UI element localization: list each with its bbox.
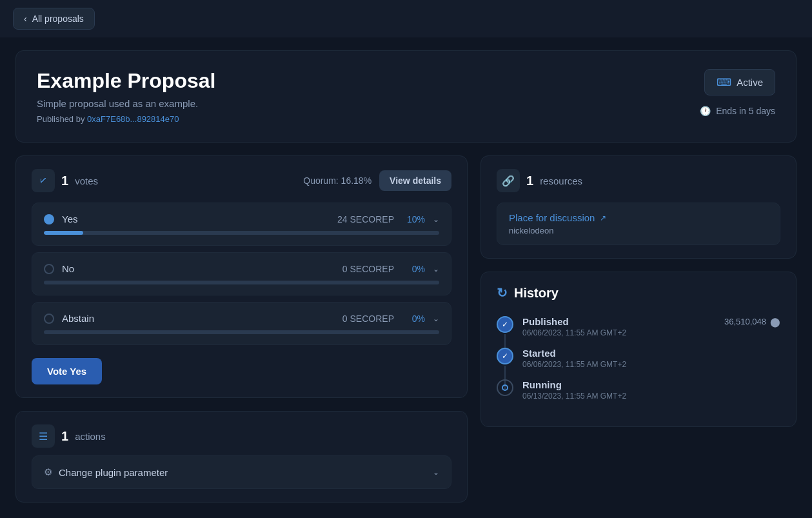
resources-card-header: 🔗 1 resources (497, 169, 780, 192)
chevron-abstain-icon: ⌄ (433, 314, 439, 323)
history-event-published-header: Published 36,510,048 ⬤ (522, 316, 780, 327)
gear-icon: ⚙ (44, 466, 52, 478)
vote-option-abstain[interactable]: Abstain 0 SECOREP 0% ⌄ (32, 302, 451, 345)
vote-option-yes-left: Yes (44, 214, 77, 224)
action-item-label: Change plugin parameter (59, 467, 168, 478)
resource-item[interactable]: Place for discussion ↗ nickelodeon (497, 203, 780, 245)
external-link-icon: ↗ (600, 214, 606, 223)
vote-yes-pct: 10% (402, 214, 425, 224)
votes-count: 1 (61, 174, 68, 188)
resources-count: 1 (526, 174, 533, 188)
history-event-started-header: Started (522, 348, 780, 359)
vote-no-pct: 0% (402, 264, 425, 274)
proposal-header-right: ⌨ Active 🕐 Ends in 5 days (700, 69, 775, 116)
vote-no-amount: 0 SECOREP (342, 264, 394, 274)
vote-yes-label: Yes (62, 214, 77, 224)
radio-yes (44, 214, 54, 224)
yes-progress-fill (44, 231, 83, 235)
vote-yes-amount: 24 SECOREP (337, 214, 394, 224)
back-button[interactable]: ‹ All proposals (13, 8, 95, 30)
quorum-text: Quorum: 16.18% (303, 175, 371, 186)
vote-abstain-right: 0 SECOREP 0% ⌄ (342, 314, 439, 324)
published-by: Published by 0xaF7E68b...892814e70 (37, 114, 215, 124)
radio-no (44, 264, 54, 274)
history-title-text: History (514, 286, 559, 301)
actions-icon: ☰ (32, 424, 55, 448)
history-card: ↻ History ✓ Published 36,510,048 ⬤ (480, 272, 797, 427)
resource-subtitle: nickelodeon (509, 226, 768, 235)
history-info-started: Started 06/06/2023, 11:55 AM GMT+2 (522, 348, 780, 369)
left-column: 🗸 1 votes Quorum: 16.18% View details (15, 155, 468, 503)
votes-card-header: 🗸 1 votes Quorum: 16.18% View details (32, 169, 451, 192)
vote-abstain-pct: 0% (402, 314, 425, 324)
ends-label: Ends in 5 days (716, 106, 775, 116)
vote-option-no-header: No 0 SECOREP 0% ⌄ (44, 263, 439, 274)
vote-option-no[interactable]: No 0 SECOREP 0% ⌄ (32, 252, 451, 295)
chevron-no-icon: ⌄ (433, 264, 439, 274)
vote-option-yes-header: Yes 24 SECOREP 10% ⌄ (44, 214, 439, 224)
main-content: Example Proposal Simple proposal used as… (0, 50, 812, 518)
author-address-link[interactable]: 0xaF7E68b...892814e70 (87, 114, 179, 124)
votes-card: 🗸 1 votes Quorum: 16.18% View details (15, 155, 468, 398)
votes-card-header-left: 🗸 1 votes (32, 169, 98, 192)
history-dot-started: ✓ (497, 348, 513, 364)
vote-yes-right: 24 SECOREP 10% ⌄ (337, 214, 439, 224)
vote-abstain-amount: 0 SECOREP (342, 314, 394, 324)
resources-icon: 🔗 (497, 169, 520, 192)
history-event-started-name: Started (522, 348, 556, 359)
two-col-layout: 🗸 1 votes Quorum: 16.18% View details (15, 155, 797, 503)
history-event-published-date: 06/06/2023, 11:55 AM GMT+2 (522, 328, 780, 337)
history-dot-running (497, 379, 513, 396)
history-event-published: ✓ Published 36,510,048 ⬤ 06/06/2023, 11:… (497, 316, 780, 337)
actions-card: ☰ 1 actions ⚙ Change plugin parameter ⌄ (15, 411, 468, 503)
active-badge: ⌨ Active (704, 69, 775, 95)
history-dot-published: ✓ (497, 316, 513, 333)
published-by-label: Published by (37, 114, 84, 124)
resource-title-text: Place for discussion (509, 212, 595, 223)
right-column: 🔗 1 resources Place for discussion ↗ nic… (480, 155, 797, 503)
activity-icon: ⌨ (717, 76, 731, 88)
action-item-left: ⚙ Change plugin parameter (44, 466, 168, 478)
proposal-subtitle: Simple proposal used as an example. (37, 98, 215, 109)
history-event-published-name: Published (522, 316, 569, 327)
coin-icon: ⬤ (770, 317, 780, 327)
vote-abstain-label: Abstain (62, 313, 94, 324)
history-event-running: Running 06/13/2023, 11:55 AM GMT+2 (497, 379, 780, 401)
votes-icon: 🗸 (32, 169, 55, 192)
history-event-running-date: 06/13/2023, 11:55 AM GMT+2 (522, 392, 780, 401)
vote-option-abstain-left: Abstain (44, 313, 94, 324)
history-event-started-date: 06/06/2023, 11:55 AM GMT+2 (522, 360, 780, 369)
votes-label: votes (75, 175, 98, 186)
vote-yes-button[interactable]: Vote Yes (32, 358, 102, 384)
chevron-action-icon: ⌄ (433, 468, 439, 477)
history-icon: ↻ (497, 285, 508, 301)
clock-icon: 🕐 (700, 106, 711, 116)
top-nav: ‹ All proposals (0, 0, 812, 37)
resources-card: 🔗 1 resources Place for discussion ↗ nic… (480, 155, 797, 259)
resource-title: Place for discussion ↗ (509, 212, 768, 223)
chevron-left-icon: ‹ (24, 14, 27, 24)
actions-label: actions (75, 431, 106, 442)
history-event-running-header: Running (522, 379, 780, 390)
actions-count: 1 (61, 429, 68, 444)
yes-progress-bg (44, 231, 439, 235)
ends-info: 🕐 Ends in 5 days (700, 106, 775, 116)
vote-no-label: No (62, 263, 74, 274)
history-published-amount: 36,510,048 (724, 317, 766, 326)
history-info-published: Published 36,510,048 ⬤ 06/06/2023, 11:55… (522, 316, 780, 337)
resources-label: resources (540, 175, 582, 186)
history-event-published-value: 36,510,048 ⬤ (724, 317, 780, 327)
quorum-info: Quorum: 16.18% View details (303, 170, 451, 191)
actions-card-header: ☰ 1 actions (32, 424, 451, 448)
vote-option-yes[interactable]: Yes 24 SECOREP 10% ⌄ (32, 203, 451, 246)
vote-no-right: 0 SECOREP 0% ⌄ (342, 264, 439, 274)
chevron-yes-icon: ⌄ (433, 215, 439, 224)
back-label: All proposals (32, 14, 84, 24)
action-item[interactable]: ⚙ Change plugin parameter ⌄ (32, 455, 451, 489)
history-events: ✓ Published 36,510,048 ⬤ 06/06/2023, 11:… (497, 314, 780, 413)
abstain-progress-bg (44, 330, 439, 334)
proposal-title: Example Proposal (37, 69, 215, 93)
history-event-started: ✓ Started 06/06/2023, 11:55 AM GMT+2 (497, 348, 780, 369)
view-details-button[interactable]: View details (379, 170, 451, 191)
history-event-running-name: Running (522, 379, 562, 390)
